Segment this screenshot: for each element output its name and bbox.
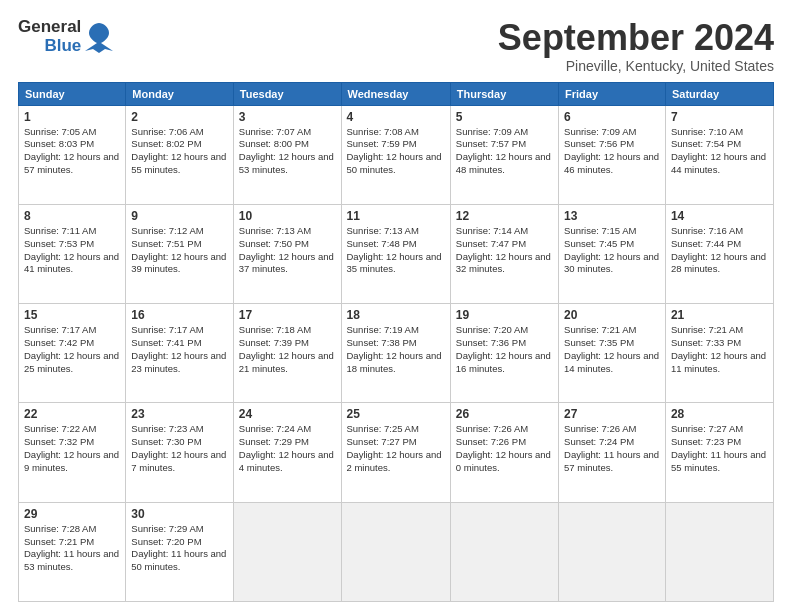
table-row: 14 Sunrise: 7:16 AMSunset: 7:44 PMDaylig…: [665, 204, 773, 303]
day-number: 27: [564, 407, 660, 421]
day-detail: Sunrise: 7:10 AMSunset: 7:54 PMDaylight:…: [671, 126, 766, 175]
day-detail: Sunrise: 7:29 AMSunset: 7:20 PMDaylight:…: [131, 523, 226, 572]
table-row: 16 Sunrise: 7:17 AMSunset: 7:41 PMDaylig…: [126, 304, 233, 403]
day-detail: Sunrise: 7:14 AMSunset: 7:47 PMDaylight:…: [456, 225, 551, 274]
day-number: 18: [347, 308, 445, 322]
calendar-week-row: 1 Sunrise: 7:05 AMSunset: 8:03 PMDayligh…: [19, 105, 774, 204]
day-detail: Sunrise: 7:21 AMSunset: 7:35 PMDaylight:…: [564, 324, 659, 373]
logo: General Blue: [18, 18, 113, 55]
logo-text-general: General: [18, 18, 81, 37]
day-detail: Sunrise: 7:18 AMSunset: 7:39 PMDaylight:…: [239, 324, 334, 373]
table-row: 17 Sunrise: 7:18 AMSunset: 7:39 PMDaylig…: [233, 304, 341, 403]
day-detail: Sunrise: 7:17 AMSunset: 7:41 PMDaylight:…: [131, 324, 226, 373]
table-row: [559, 502, 666, 601]
day-detail: Sunrise: 7:17 AMSunset: 7:42 PMDaylight:…: [24, 324, 119, 373]
day-detail: Sunrise: 7:19 AMSunset: 7:38 PMDaylight:…: [347, 324, 442, 373]
day-number: 1: [24, 110, 120, 124]
day-number: 3: [239, 110, 336, 124]
calendar-week-row: 29 Sunrise: 7:28 AMSunset: 7:21 PMDaylig…: [19, 502, 774, 601]
day-number: 15: [24, 308, 120, 322]
table-row: 28 Sunrise: 7:27 AMSunset: 7:23 PMDaylig…: [665, 403, 773, 502]
day-detail: Sunrise: 7:07 AMSunset: 8:00 PMDaylight:…: [239, 126, 334, 175]
day-number: 2: [131, 110, 227, 124]
day-number: 4: [347, 110, 445, 124]
table-row: 5 Sunrise: 7:09 AMSunset: 7:57 PMDayligh…: [450, 105, 558, 204]
col-saturday: Saturday: [665, 82, 773, 105]
day-number: 28: [671, 407, 768, 421]
header-row: Sunday Monday Tuesday Wednesday Thursday…: [19, 82, 774, 105]
day-detail: Sunrise: 7:26 AMSunset: 7:24 PMDaylight:…: [564, 423, 659, 472]
day-number: 13: [564, 209, 660, 223]
table-row: 4 Sunrise: 7:08 AMSunset: 7:59 PMDayligh…: [341, 105, 450, 204]
day-detail: Sunrise: 7:27 AMSunset: 7:23 PMDaylight:…: [671, 423, 766, 472]
day-number: 11: [347, 209, 445, 223]
day-number: 6: [564, 110, 660, 124]
main-title: September 2024: [498, 18, 774, 58]
col-thursday: Thursday: [450, 82, 558, 105]
day-number: 16: [131, 308, 227, 322]
calendar-week-row: 15 Sunrise: 7:17 AMSunset: 7:42 PMDaylig…: [19, 304, 774, 403]
title-block: September 2024 Pineville, Kentucky, Unit…: [498, 18, 774, 74]
table-row: 3 Sunrise: 7:07 AMSunset: 8:00 PMDayligh…: [233, 105, 341, 204]
day-number: 30: [131, 507, 227, 521]
day-number: 19: [456, 308, 553, 322]
day-detail: Sunrise: 7:11 AMSunset: 7:53 PMDaylight:…: [24, 225, 119, 274]
day-number: 29: [24, 507, 120, 521]
day-number: 26: [456, 407, 553, 421]
day-number: 22: [24, 407, 120, 421]
day-number: 8: [24, 209, 120, 223]
day-number: 21: [671, 308, 768, 322]
table-row: 24 Sunrise: 7:24 AMSunset: 7:29 PMDaylig…: [233, 403, 341, 502]
day-number: 9: [131, 209, 227, 223]
day-number: 20: [564, 308, 660, 322]
day-number: 7: [671, 110, 768, 124]
table-row: 19 Sunrise: 7:20 AMSunset: 7:36 PMDaylig…: [450, 304, 558, 403]
logo-bird-icon: [85, 21, 113, 53]
day-detail: Sunrise: 7:13 AMSunset: 7:50 PMDaylight:…: [239, 225, 334, 274]
day-number: 14: [671, 209, 768, 223]
day-detail: Sunrise: 7:09 AMSunset: 7:57 PMDaylight:…: [456, 126, 551, 175]
day-detail: Sunrise: 7:15 AMSunset: 7:45 PMDaylight:…: [564, 225, 659, 274]
table-row: 12 Sunrise: 7:14 AMSunset: 7:47 PMDaylig…: [450, 204, 558, 303]
day-detail: Sunrise: 7:23 AMSunset: 7:30 PMDaylight:…: [131, 423, 226, 472]
table-row: 29 Sunrise: 7:28 AMSunset: 7:21 PMDaylig…: [19, 502, 126, 601]
table-row: 26 Sunrise: 7:26 AMSunset: 7:26 PMDaylig…: [450, 403, 558, 502]
day-number: 5: [456, 110, 553, 124]
col-monday: Monday: [126, 82, 233, 105]
day-detail: Sunrise: 7:22 AMSunset: 7:32 PMDaylight:…: [24, 423, 119, 472]
day-number: 17: [239, 308, 336, 322]
table-row: 1 Sunrise: 7:05 AMSunset: 8:03 PMDayligh…: [19, 105, 126, 204]
day-detail: Sunrise: 7:25 AMSunset: 7:27 PMDaylight:…: [347, 423, 442, 472]
table-row: 11 Sunrise: 7:13 AMSunset: 7:48 PMDaylig…: [341, 204, 450, 303]
header: General Blue September 2024 Pineville, K…: [18, 18, 774, 74]
day-detail: Sunrise: 7:28 AMSunset: 7:21 PMDaylight:…: [24, 523, 119, 572]
day-detail: Sunrise: 7:26 AMSunset: 7:26 PMDaylight:…: [456, 423, 551, 472]
day-detail: Sunrise: 7:13 AMSunset: 7:48 PMDaylight:…: [347, 225, 442, 274]
day-detail: Sunrise: 7:08 AMSunset: 7:59 PMDaylight:…: [347, 126, 442, 175]
day-detail: Sunrise: 7:12 AMSunset: 7:51 PMDaylight:…: [131, 225, 226, 274]
table-row: 23 Sunrise: 7:23 AMSunset: 7:30 PMDaylig…: [126, 403, 233, 502]
day-detail: Sunrise: 7:05 AMSunset: 8:03 PMDaylight:…: [24, 126, 119, 175]
calendar-week-row: 8 Sunrise: 7:11 AMSunset: 7:53 PMDayligh…: [19, 204, 774, 303]
day-number: 23: [131, 407, 227, 421]
day-number: 25: [347, 407, 445, 421]
col-tuesday: Tuesday: [233, 82, 341, 105]
table-row: 2 Sunrise: 7:06 AMSunset: 8:02 PMDayligh…: [126, 105, 233, 204]
table-row: 9 Sunrise: 7:12 AMSunset: 7:51 PMDayligh…: [126, 204, 233, 303]
col-friday: Friday: [559, 82, 666, 105]
table-row: 18 Sunrise: 7:19 AMSunset: 7:38 PMDaylig…: [341, 304, 450, 403]
day-number: 10: [239, 209, 336, 223]
table-row: 30 Sunrise: 7:29 AMSunset: 7:20 PMDaylig…: [126, 502, 233, 601]
table-row: [665, 502, 773, 601]
subtitle: Pineville, Kentucky, United States: [498, 58, 774, 74]
table-row: 22 Sunrise: 7:22 AMSunset: 7:32 PMDaylig…: [19, 403, 126, 502]
calendar-table: Sunday Monday Tuesday Wednesday Thursday…: [18, 82, 774, 602]
day-number: 12: [456, 209, 553, 223]
logo-text-blue: Blue: [44, 37, 81, 56]
page: General Blue September 2024 Pineville, K…: [0, 0, 792, 612]
table-row: 15 Sunrise: 7:17 AMSunset: 7:42 PMDaylig…: [19, 304, 126, 403]
calendar-week-row: 22 Sunrise: 7:22 AMSunset: 7:32 PMDaylig…: [19, 403, 774, 502]
day-detail: Sunrise: 7:06 AMSunset: 8:02 PMDaylight:…: [131, 126, 226, 175]
day-number: 24: [239, 407, 336, 421]
table-row: [450, 502, 558, 601]
